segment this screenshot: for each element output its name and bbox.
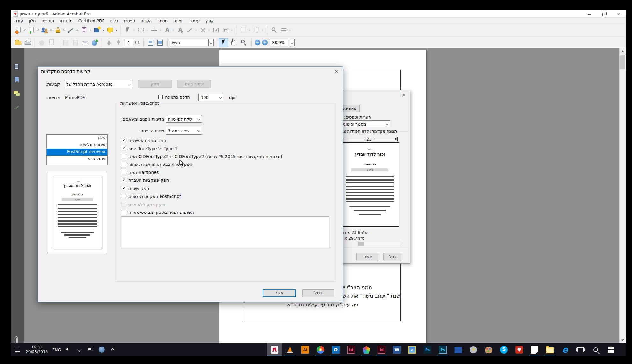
list-item-output[interactable]: פלט: [47, 135, 107, 142]
taskbar-hebrew-app[interactable]: א: [405, 343, 420, 356]
attachments-panel-icon[interactable]: [15, 336, 18, 343]
snapshot-icon[interactable]: [137, 26, 145, 34]
menu-window[interactable]: חלון: [26, 18, 39, 24]
list-item-marks-bleeds[interactable]: סימנים וגלישות: [47, 142, 107, 149]
taskbar-photoshop[interactable]: Ps: [420, 343, 435, 356]
taskbar-media-downloader[interactable]: [512, 343, 527, 356]
print-dialog-close-icon[interactable]: ×: [399, 92, 408, 99]
page-lines-icon[interactable]: [280, 26, 288, 34]
emit-transfer-functions-checkbox[interactable]: ✓: [122, 178, 126, 182]
menu-certified-pdf[interactable]: Certified PDF: [75, 18, 107, 24]
taskbar-indesign[interactable]: Id: [343, 343, 359, 356]
save-as-preset-button[interactable]: שמור בשם: [177, 80, 211, 88]
print-icon[interactable]: [24, 38, 32, 47]
save-icon[interactable]: [62, 38, 70, 47]
frame-up-icon[interactable]: [212, 26, 220, 34]
list-item-postscript-options[interactable]: אפשרויות PostScript: [47, 149, 107, 156]
menu-edit[interactable]: עריכה: [186, 18, 202, 24]
minimize-button[interactable]: [582, 10, 596, 18]
taskbar-photo-app[interactable]: [359, 343, 374, 356]
print-as-image-checkbox[interactable]: [158, 95, 163, 99]
close-button[interactable]: ×: [611, 10, 626, 18]
secure-icon[interactable]: [54, 26, 62, 34]
pen-tool-icon[interactable]: [186, 26, 194, 34]
bookmarks-panel-icon[interactable]: [13, 76, 21, 85]
preview-scrollbar-thumb[interactable]: [358, 242, 364, 246]
text-search-icon[interactable]: A: [176, 26, 184, 34]
zoom-in-icon[interactable]: +: [262, 40, 268, 45]
print-cancel-button[interactable]: בטל: [383, 253, 402, 260]
taskbar-file-explorer[interactable]: [542, 343, 557, 356]
menu-help[interactable]: עזרה: [11, 18, 26, 24]
comment-icon[interactable]: [106, 26, 114, 34]
clipboard-icon[interactable]: [47, 38, 56, 47]
show-hidden-icons-chevron[interactable]: [109, 346, 118, 354]
rotate-page-left-icon[interactable]: [239, 26, 248, 34]
delete-preset-button[interactable]: מחק: [138, 80, 172, 88]
description-textarea[interactable]: [121, 216, 329, 248]
taskbar-photoshop-2[interactable]: Ps: [435, 343, 450, 356]
cancel-button[interactable]: בטל: [302, 289, 334, 297]
search-dropdown[interactable]: [209, 39, 214, 46]
presets-select[interactable]: ברירת מחדל של Acrobat: [64, 80, 132, 88]
options-category-list[interactable]: פלט סימנים וגלישות אפשרויות PostScript נ…: [46, 134, 108, 165]
taskbar-notepad[interactable]: [527, 343, 542, 356]
page-number-input[interactable]: 1: [125, 39, 133, 46]
rotate-page-right-icon[interactable]: [252, 26, 261, 34]
zoom-level-select[interactable]: 88.9%: [270, 39, 288, 46]
previous-page-icon[interactable]: [105, 38, 113, 47]
combine-files-icon[interactable]: +: [28, 26, 36, 34]
search-input[interactable]: חפש: [170, 39, 209, 46]
open-icon[interactable]: [14, 38, 22, 47]
emit-flatness-checkbox[interactable]: ✓: [122, 186, 126, 190]
print-ok-button[interactable]: אשר: [356, 253, 379, 260]
create-pdf-icon[interactable]: [15, 26, 23, 34]
marquee-zoom-button[interactable]: [239, 38, 249, 47]
task-view-button[interactable]: [573, 343, 588, 356]
collaborate-icon[interactable]: [41, 26, 49, 34]
multimedia-icon[interactable]: [93, 26, 101, 34]
comments-forms-select[interactable]: מסמך וסימונים: [338, 120, 390, 127]
hand-tool-button[interactable]: [229, 38, 239, 47]
taskbar-paint[interactable]: [481, 343, 496, 356]
action-center-icon[interactable]: [14, 346, 22, 354]
menu-advanced[interactable]: מתקדם: [57, 18, 75, 24]
pages-panel-icon[interactable]: [13, 63, 21, 71]
emit-cidfonttype2-checkbox[interactable]: [122, 154, 126, 158]
next-page-icon[interactable]: [114, 38, 123, 47]
sign-icon[interactable]: [67, 26, 75, 34]
menu-comments[interactable]: הערות: [138, 18, 155, 24]
menu-tools[interactable]: כלים: [107, 18, 121, 24]
emit-ps-form-objects-checkbox[interactable]: [122, 194, 126, 198]
email-icon[interactable]: [81, 38, 89, 47]
taskbar-outlook[interactable]: O: [328, 343, 343, 356]
scroll-down-icon[interactable]: [620, 337, 626, 343]
process-icon[interactable]: [38, 38, 46, 47]
eyedropper-icon[interactable]: [199, 26, 207, 34]
fit-page-icon[interactable]: [156, 38, 164, 47]
menu-plugins[interactable]: תוספים: [39, 18, 57, 24]
download-asian-fonts-checkbox[interactable]: ✓: [122, 138, 126, 142]
taskbar-chrome[interactable]: [313, 343, 328, 356]
comments-panel-icon[interactable]: [13, 90, 21, 98]
menu-document[interactable]: מסמך: [154, 18, 170, 24]
taskbar-book-reader[interactable]: [450, 343, 466, 356]
language-indicator[interactable]: ENG: [51, 347, 62, 352]
taskbar-edge[interactable]: e: [557, 343, 573, 356]
signatures-panel-icon[interactable]: [13, 103, 21, 111]
forms-icon[interactable]: [80, 26, 88, 34]
fit-width-icon[interactable]: [147, 38, 155, 47]
zoom-out-icon[interactable]: −: [255, 40, 260, 45]
text-tool-icon[interactable]: A: [163, 26, 171, 34]
scroll-up-icon[interactable]: [620, 48, 626, 54]
list-item-color-management[interactable]: ניהול צבע: [47, 156, 107, 163]
menu-file[interactable]: קובץ: [203, 18, 217, 24]
taskbar-acrobat[interactable]: [267, 343, 282, 356]
search-document-icon[interactable]: [270, 26, 278, 34]
tray-app-icon[interactable]: [98, 346, 106, 354]
taskbar-illustrator[interactable]: Ai: [298, 343, 313, 356]
dialog-close-icon[interactable]: ×: [332, 68, 341, 75]
move-tool-icon[interactable]: [150, 26, 158, 34]
restore-button[interactable]: [597, 10, 611, 18]
dpi-select[interactable]: 300: [198, 94, 224, 101]
